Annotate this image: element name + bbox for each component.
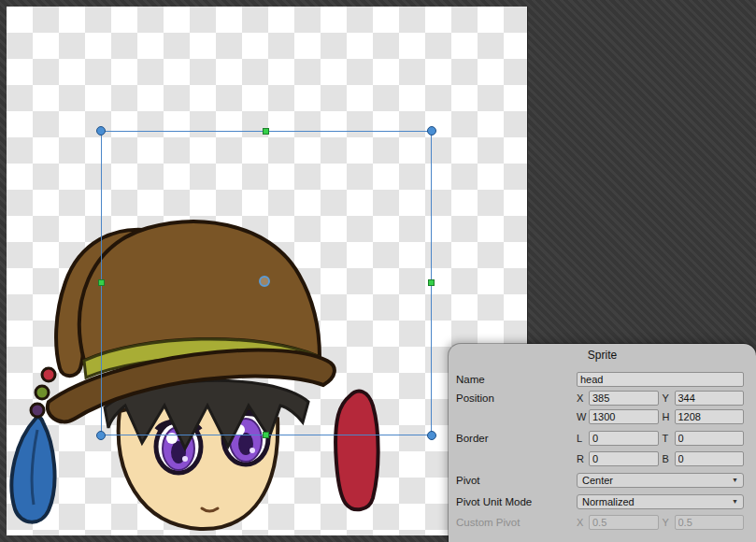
border-r-input[interactable]: [589, 451, 659, 466]
x-axis-label: X: [577, 392, 585, 404]
sprite-editor-window: Sprite Name Position X Y W H: [0, 0, 756, 542]
height-input[interactable]: [675, 409, 745, 424]
l-axis-label: L: [577, 433, 585, 444]
position-xy-row: Position X Y: [456, 390, 744, 406]
name-input[interactable]: [577, 372, 744, 387]
selection-handle-bottom-left[interactable]: [96, 431, 106, 440]
bead-purple: [31, 404, 44, 417]
position-y-input[interactable]: [675, 391, 745, 406]
selection-handle-left-mid[interactable]: [98, 279, 105, 286]
w-axis-label: W: [577, 411, 585, 422]
sprite-selection-rect[interactable]: [101, 131, 432, 435]
name-row: Name: [456, 371, 744, 387]
selection-handle-top-right[interactable]: [427, 126, 436, 136]
custom-pivot-x-input: [589, 515, 659, 530]
width-input[interactable]: [589, 409, 659, 424]
border-t-input[interactable]: [675, 431, 745, 446]
selection-handle-top-mid[interactable]: [263, 128, 269, 135]
panel-title: Sprite: [449, 349, 756, 362]
position-wh-row: W H: [456, 408, 744, 424]
selection-handle-right-mid[interactable]: [428, 279, 435, 286]
pivot-dropdown-value: Center: [582, 475, 613, 486]
custom-pivot-row: Custom Pivot X Y: [456, 514, 744, 530]
border-label: Border: [456, 433, 577, 444]
position-label: Position: [456, 392, 577, 404]
chevron-down-icon: ▼: [732, 477, 738, 483]
r-axis-label: R: [577, 453, 585, 464]
pivot-row: Pivot Center ▼: [456, 472, 744, 488]
pivot-unit-mode-dropdown[interactable]: Normalized ▼: [577, 494, 744, 509]
name-label: Name: [456, 374, 577, 385]
bead-red: [42, 368, 55, 381]
pivot-label: Pivot: [456, 475, 577, 486]
custom-pivot-y-axis-label: Y: [663, 517, 671, 528]
pivot-unit-mode-label: Pivot Unit Mode: [456, 496, 577, 507]
pivot-unit-mode-dropdown-value: Normalized: [582, 496, 635, 507]
selection-handle-top-left[interactable]: [96, 126, 106, 136]
selection-handle-bottom-mid[interactable]: [263, 432, 269, 438]
position-x-input[interactable]: [589, 391, 659, 406]
bead-green: [36, 386, 49, 399]
y-axis-label: Y: [663, 392, 671, 404]
pivot-handle[interactable]: [259, 276, 270, 287]
chevron-down-icon: ▼: [732, 498, 738, 505]
border-l-input[interactable]: [589, 431, 659, 446]
custom-pivot-y-input: [675, 515, 745, 530]
custom-pivot-x-axis-label: X: [577, 517, 585, 528]
pivot-unit-mode-row: Pivot Unit Mode Normalized ▼: [456, 493, 744, 509]
sprite-inspector-panel: Sprite Name Position X Y W H: [449, 344, 756, 542]
b-axis-label: B: [663, 453, 671, 464]
border-rb-row: R B: [456, 450, 744, 466]
pivot-dropdown[interactable]: Center ▼: [577, 473, 744, 488]
selection-handle-bottom-right[interactable]: [427, 431, 436, 440]
h-axis-label: H: [663, 411, 671, 422]
custom-pivot-label: Custom Pivot: [456, 517, 577, 528]
t-axis-label: T: [663, 433, 671, 444]
border-b-input[interactable]: [675, 451, 745, 466]
border-lt-row: Border L T: [456, 430, 744, 446]
